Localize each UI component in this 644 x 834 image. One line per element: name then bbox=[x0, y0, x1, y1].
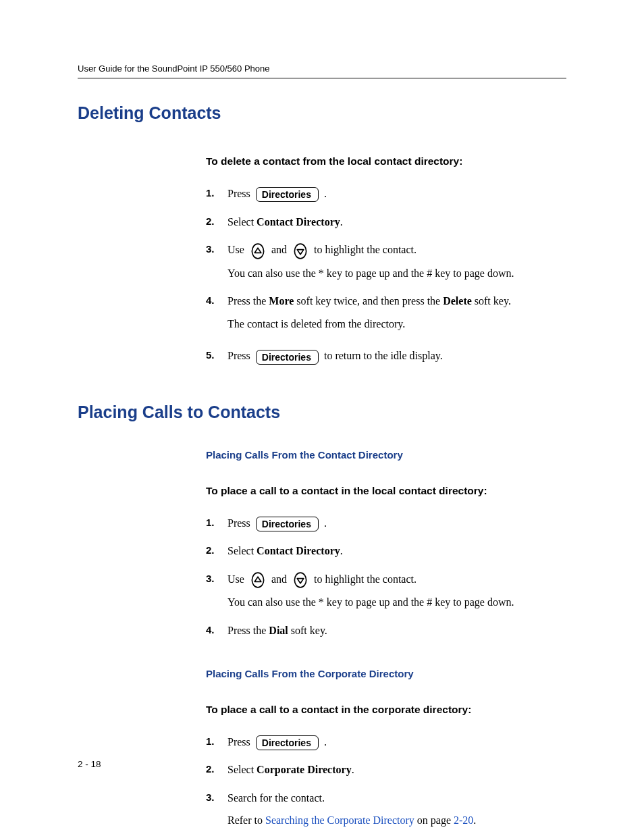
svg-marker-3 bbox=[297, 249, 304, 254]
directories-key-icon: Directories bbox=[256, 517, 319, 531]
step-note: You can also use the * key to page up an… bbox=[227, 594, 566, 611]
step-5: Press Directories to return to the idle … bbox=[206, 347, 566, 365]
svg-marker-5 bbox=[254, 577, 261, 582]
text: Search for the contact. bbox=[227, 789, 566, 807]
text: Use and to highlight the contact. bbox=[227, 571, 566, 588]
section-title-placing-calls: Placing Calls to Contacts bbox=[78, 402, 566, 422]
text: . bbox=[324, 188, 327, 199]
text: Select Corporate Directory. bbox=[227, 761, 566, 779]
step-1: Press Directories . bbox=[206, 515, 566, 532]
directories-key-icon: Directories bbox=[256, 187, 319, 202]
text: to return to the idle display. bbox=[324, 350, 443, 361]
text: Press bbox=[227, 736, 253, 748]
directories-key-icon: Directories bbox=[256, 350, 319, 365]
text: Select Contact Directory. bbox=[227, 542, 566, 560]
bold-text: Corporate Directory bbox=[257, 764, 352, 775]
running-header: User Guide for the SoundPoint IP 550/560… bbox=[78, 63, 566, 79]
text: Press bbox=[227, 350, 253, 361]
steps-delete-contact: Press Directories . Select Contact Direc… bbox=[206, 185, 566, 365]
step-note: Refer to Searching the Corporate Directo… bbox=[227, 812, 566, 829]
step-4: Press the More soft key twice, and then … bbox=[206, 292, 566, 332]
text: Use and to highlight the contact. bbox=[227, 241, 566, 259]
svg-marker-1 bbox=[254, 248, 261, 253]
procedure-heading-delete: To delete a contact from the local conta… bbox=[206, 155, 566, 167]
section-title-deleting-contacts: Deleting Contacts bbox=[78, 103, 566, 123]
text: Press the Dial soft key. bbox=[227, 622, 566, 640]
up-arrow-icon bbox=[249, 243, 267, 259]
sub-section-contact-directory: Placing Calls From the Contact Directory bbox=[206, 449, 566, 461]
svg-point-6 bbox=[294, 573, 306, 588]
svg-point-2 bbox=[294, 244, 306, 259]
svg-marker-7 bbox=[297, 579, 304, 583]
step-note: The contact is deleted from the director… bbox=[227, 315, 566, 333]
step-1: Press Directories . bbox=[206, 733, 566, 751]
step-note: You can also use the * key to page up an… bbox=[227, 265, 566, 282]
xref-link[interactable]: Searching the Corporate Directory bbox=[265, 814, 414, 826]
bold-text: Contact Directory bbox=[257, 216, 340, 228]
svg-point-4 bbox=[252, 573, 263, 588]
directories-key-icon: Directories bbox=[256, 735, 319, 750]
page-number: 2 - 18 bbox=[78, 759, 101, 769]
bold-text: Delete bbox=[443, 295, 472, 307]
text: . bbox=[324, 517, 327, 529]
text: . bbox=[324, 736, 327, 748]
procedure-heading-place-corporate: To place a call to a contact in the corp… bbox=[206, 704, 566, 716]
steps-place-corporate: Press Directories . Select Corporate Dir… bbox=[206, 733, 566, 829]
step-4: Press the Dial soft key. bbox=[206, 622, 566, 640]
step-1: Press Directories . bbox=[206, 185, 566, 203]
svg-point-0 bbox=[252, 244, 263, 259]
text: Press the More soft key twice, and then … bbox=[227, 292, 566, 310]
bold-text: Dial bbox=[269, 625, 288, 636]
text: Press bbox=[227, 188, 253, 199]
text: Select Contact Directory. bbox=[227, 213, 566, 231]
step-3: Search for the contact. Refer to Searchi… bbox=[206, 789, 566, 829]
procedure-heading-place-local: To place a call to a contact in the loca… bbox=[206, 485, 566, 497]
down-arrow-icon bbox=[292, 572, 309, 588]
xref-link[interactable]: 2-20 bbox=[454, 814, 473, 826]
sub-section-corporate-directory: Placing Calls From the Corporate Directo… bbox=[206, 668, 566, 679]
step-3: Use and to highlight the contact. You ca… bbox=[206, 571, 566, 611]
step-2: Select Contact Directory. bbox=[206, 213, 566, 231]
steps-place-local: Press Directories . Select Contact Direc… bbox=[206, 515, 566, 640]
up-arrow-icon bbox=[249, 572, 267, 588]
bold-text: Contact Directory bbox=[257, 545, 340, 556]
down-arrow-icon bbox=[292, 243, 309, 259]
text: Press bbox=[227, 517, 253, 529]
step-2: Select Contact Directory. bbox=[206, 542, 566, 560]
bold-text: More bbox=[269, 295, 294, 307]
step-3: Use and to highlight the contact. You ca… bbox=[206, 241, 566, 282]
step-2: Select Corporate Directory. bbox=[206, 761, 566, 779]
